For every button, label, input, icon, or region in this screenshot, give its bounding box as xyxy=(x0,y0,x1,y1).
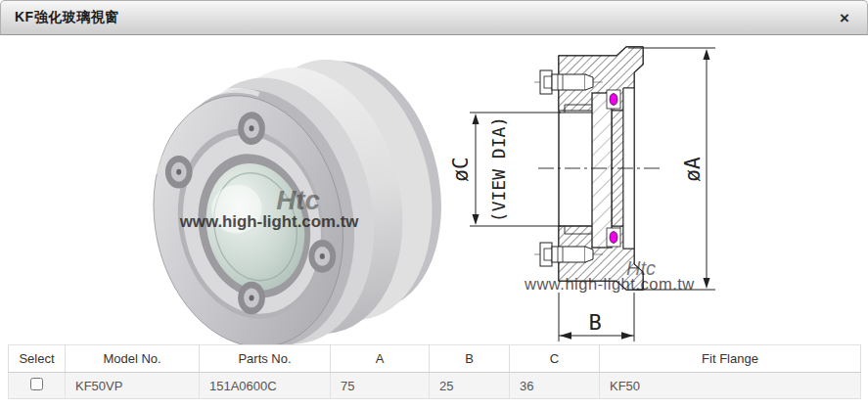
dialog-content: Htc www.high-light.com.tw xyxy=(0,35,868,344)
screw-hole xyxy=(238,112,265,145)
screw-hole xyxy=(308,240,336,273)
row-select-checkbox[interactable] xyxy=(30,378,43,390)
cell-model-no: KF50VP xyxy=(66,373,200,399)
dialog-titlebar: KF強化玻璃視窗 × xyxy=(0,0,868,35)
drawing-watermark: www.high-light.com.tw xyxy=(524,275,695,293)
col-header-fit-flange: Fit Flange xyxy=(600,345,861,373)
o-ring-seal xyxy=(607,90,620,109)
cell-a: 75 xyxy=(331,373,430,399)
screw-hole xyxy=(238,282,265,315)
dialog-title: KF強化玻璃視窗 xyxy=(15,9,119,26)
dim-c-note: (VIEW DIA) xyxy=(488,116,509,222)
col-header-model-no: Model No. xyxy=(66,345,200,373)
col-header-select: Select xyxy=(9,345,66,373)
cross-section-drawing: øC (VIEW DIA) øA B Htc www.h xyxy=(445,37,739,344)
photo-logo-watermark: Htc xyxy=(276,185,320,215)
table-row: KF50VP 151A0600C 75 25 36 KF50 xyxy=(9,373,861,399)
cell-c: 36 xyxy=(510,373,600,399)
dialog: KF強化玻璃視窗 × xyxy=(0,0,868,409)
glass-pane-section xyxy=(592,93,612,248)
o-ring-seal xyxy=(607,228,620,247)
product-table: Select Model No. Parts No. A B C Fit Fla… xyxy=(8,344,861,399)
col-header-parts-no: Parts No. xyxy=(200,345,331,373)
col-header-b: B xyxy=(430,345,510,373)
dim-a-label: øA xyxy=(681,157,705,182)
close-button[interactable]: × xyxy=(836,8,853,28)
dim-b-label: B xyxy=(588,310,601,335)
col-header-c: C xyxy=(510,345,600,373)
photo-watermark: www.high-light.com.tw xyxy=(179,212,360,231)
table-header-row: Select Model No. Parts No. A B C Fit Fla… xyxy=(9,345,861,373)
cell-select xyxy=(9,373,66,399)
dimension-view-dia xyxy=(470,113,561,226)
col-header-a: A xyxy=(331,345,430,373)
cell-parts-no: 151A0600C xyxy=(200,373,331,399)
cell-b: 25 xyxy=(430,373,510,399)
dim-c-label: øC xyxy=(449,157,473,181)
product-photo: Htc www.high-light.com.tw xyxy=(59,49,450,344)
spec-table-wrap: Select Model No. Parts No. A B C Fit Fla… xyxy=(8,344,860,399)
cell-fit-flange: KF50 xyxy=(600,373,861,399)
close-icon: × xyxy=(840,9,849,27)
screw-hole xyxy=(165,156,193,189)
